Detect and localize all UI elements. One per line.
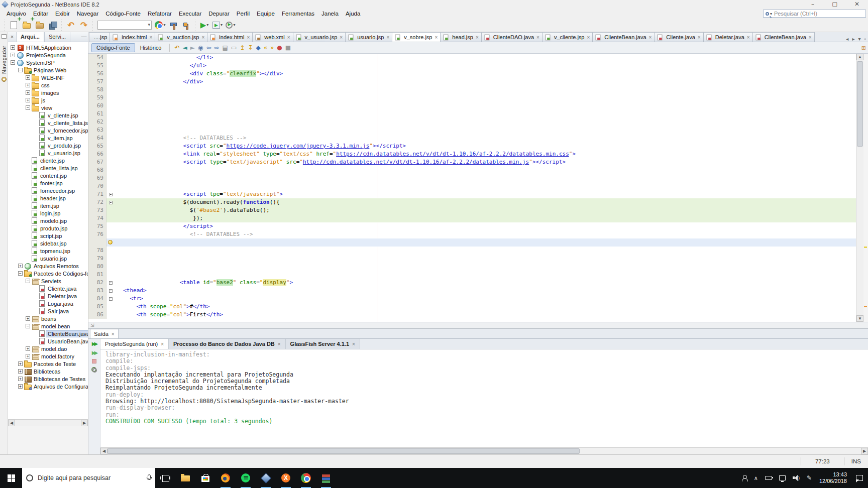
- expand-icon[interactable]: +: [26, 346, 30, 351]
- taskbar-netbeans-icon[interactable]: [256, 468, 276, 488]
- output-tab-glassfish-server-4.1.1[interactable]: GlassFish Server 4.1.1×: [286, 339, 360, 349]
- code-line-73[interactable]: 73 $('#base2').dataTable();: [88, 206, 856, 214]
- output-tab-processo-do-banco-de-dados-java-db[interactable]: Processo do Banco de Dados Java DB×: [169, 339, 286, 349]
- clean-build-project-button[interactable]: [180, 19, 192, 31]
- tree-item-bibliotecas-de-testes[interactable]: +Bibliotecas de Testes: [8, 375, 88, 383]
- editor-tab-v_sobre.jsp[interactable]: v_sobre.jsp×: [392, 32, 441, 42]
- tree-item-item.jsp[interactable]: item.jsp: [8, 202, 88, 209]
- code-fold-icon[interactable]: [109, 201, 113, 204]
- taskbar-firefox-icon[interactable]: [215, 468, 236, 488]
- taskbar-search-input[interactable]: Digite aqui para pesquisar: [22, 468, 155, 488]
- source-view-button[interactable]: Código-Fonte: [91, 43, 135, 52]
- tree-item-logar.java[interactable]: Logar.java: [8, 300, 88, 307]
- code-fold-icon[interactable]: [109, 289, 113, 293]
- code-fold-icon[interactable]: [109, 193, 113, 196]
- new-project-button[interactable]: +: [21, 19, 33, 31]
- code-line-63[interactable]: 63: [88, 126, 856, 134]
- rerun-alt-icon[interactable]: ▶▶: [92, 350, 96, 355]
- stop-icon[interactable]: [92, 359, 96, 363]
- tree-item-arquivos-de-configura-o[interactable]: +Arquivos de Configuração: [8, 383, 88, 390]
- ant-settings-icon[interactable]: [91, 367, 97, 373]
- scrollbar-thumb[interactable]: [107, 448, 580, 454]
- action-center-icon[interactable]: [856, 475, 863, 481]
- taskbar-winrar-icon[interactable]: [316, 468, 336, 488]
- close-button[interactable]: ✕: [846, 0, 868, 9]
- quick-search-input[interactable]: ▾ Pesquisar (Ctrl+I): [763, 10, 866, 18]
- code-line-66[interactable]: 66 <link real="stylesheet" type="text/cs…: [88, 150, 856, 158]
- taskbar-file-explorer-icon[interactable]: [175, 468, 195, 488]
- menu-arquivo[interactable]: Arquivo: [3, 10, 30, 18]
- code-line-78[interactable]: 78: [88, 247, 856, 255]
- editor-tab-index.html[interactable]: index.html×: [207, 32, 253, 42]
- tree-item-systemjsp[interactable]: −SystemJSP: [8, 59, 88, 66]
- close-tab-icon[interactable]: ×: [435, 35, 438, 40]
- expand-icon[interactable]: +: [26, 75, 30, 80]
- taskbar-task-view-icon[interactable]: [155, 468, 175, 488]
- tree-item-js[interactable]: +js: [8, 96, 88, 104]
- code-line-70[interactable]: 70: [88, 182, 856, 190]
- tree-item-deletar.java[interactable]: Deletar.java: [8, 292, 88, 300]
- tree-item-cliente_lista.jsp[interactable]: cliente_lista.jsp: [8, 164, 88, 172]
- collapse-icon[interactable]: −: [18, 271, 23, 276]
- tree-item-view[interactable]: −view: [8, 104, 88, 111]
- close-tab-icon[interactable]: ×: [476, 35, 479, 40]
- expand-icon[interactable]: +: [18, 264, 23, 268]
- code-line-75[interactable]: 75 </script>: [88, 222, 856, 230]
- bookmark-mark[interactable]: [864, 306, 867, 307]
- editor-overflow-icon[interactable]: ⊞: [861, 45, 866, 51]
- collapse-icon[interactable]: −: [26, 324, 30, 328]
- editor-tab-v_cliente.jsp[interactable]: v_cliente.jsp×: [542, 32, 593, 42]
- close-tab-icon[interactable]: ×: [202, 35, 205, 40]
- maximize-editor-icon[interactable]: ▫: [864, 36, 866, 42]
- code-editor[interactable]: 54 </li>55 </ul>56 <div class="clearfix"…: [88, 54, 868, 322]
- tree-item-topmenu.jsp[interactable]: topmenu.jsp: [8, 247, 88, 255]
- editor-tab-web.xml[interactable]: web.xml×: [252, 32, 293, 42]
- menu-c-digo-fonte[interactable]: Código-Fonte: [102, 10, 144, 18]
- editor-tab-usuario.jsp[interactable]: usuario.jsp×: [345, 32, 392, 42]
- navigator-collapsed-tab[interactable]: Navegador: [1, 46, 7, 74]
- tree-item-v_usuario.jsp[interactable]: v_usuario.jsp: [8, 149, 88, 157]
- code-line-79[interactable]: 79: [88, 255, 856, 263]
- close-tab-icon[interactable]: ×: [149, 35, 152, 40]
- scroll-tabs-left-icon[interactable]: ◂: [846, 36, 848, 42]
- error-stripe[interactable]: [863, 54, 868, 322]
- scroll-left-icon[interactable]: ◀: [8, 420, 15, 426]
- taskbar-spotify-icon[interactable]: [236, 468, 256, 488]
- close-icon[interactable]: ×: [112, 331, 115, 337]
- tree-item-beans[interactable]: +beans: [8, 315, 88, 322]
- tree-item-model.bean[interactable]: −model.bean: [8, 322, 88, 330]
- code-line-57[interactable]: 57 </div>: [88, 78, 856, 86]
- menu-ferramentas[interactable]: Ferramentas: [278, 10, 318, 18]
- code-line-85[interactable]: 85 <th scope="col">#</th>: [88, 303, 856, 311]
- close-tab-icon[interactable]: ×: [649, 35, 652, 40]
- tree-item-sidebar.jsp[interactable]: sidebar.jsp: [8, 239, 88, 247]
- tree-horizontal-scrollbar[interactable]: ◀ ▶: [8, 419, 88, 426]
- taskbar-xampp-icon[interactable]: [276, 468, 296, 488]
- build-project-button[interactable]: [167, 19, 179, 31]
- editor-output-splitter[interactable]: ⇲: [88, 322, 868, 328]
- search-scope-dropdown-icon[interactable]: ▾: [770, 12, 772, 16]
- code-line-65[interactable]: 65 <script src="https://code.jquery.com/…: [88, 142, 856, 150]
- editor-vertical-scrollbar[interactable]: ▲ ▼: [856, 54, 863, 322]
- code-line-77[interactable]: [88, 238, 856, 247]
- expand-icon[interactable]: +: [26, 83, 30, 87]
- tree-item-pacotes-de-c-digos-fonte[interactable]: −Pacotes de Códigos-fonte: [8, 270, 88, 277]
- menu-janela[interactable]: Janela: [318, 10, 342, 18]
- find-next-icon[interactable]: ⇨: [214, 44, 220, 51]
- close-icon[interactable]: ×: [161, 341, 164, 347]
- menu-navegar[interactable]: Navegar: [73, 10, 102, 18]
- expand-icon[interactable]: +: [18, 369, 23, 374]
- close-tab-icon[interactable]: ×: [698, 35, 701, 40]
- open-project-button[interactable]: [34, 19, 46, 31]
- tree-item-web-inf[interactable]: +WEB-INF: [8, 74, 88, 81]
- expand-icon[interactable]: +: [26, 90, 30, 95]
- expand-icon[interactable]: +: [18, 361, 23, 366]
- code-line-62[interactable]: 62: [88, 118, 856, 126]
- warning-mark[interactable]: [864, 247, 867, 248]
- editor-tab-ClienteBean.java[interactable]: ClienteBean.java×: [592, 32, 655, 42]
- expand-icon[interactable]: +: [11, 45, 15, 50]
- stop-macro-icon[interactable]: ■: [285, 44, 291, 51]
- tree-item-sair.java[interactable]: Sair.java: [8, 307, 88, 315]
- close-tab-icon[interactable]: ×: [247, 35, 250, 40]
- code-line-64[interactable]: 64 <!-- DATATABLES -->: [88, 134, 856, 142]
